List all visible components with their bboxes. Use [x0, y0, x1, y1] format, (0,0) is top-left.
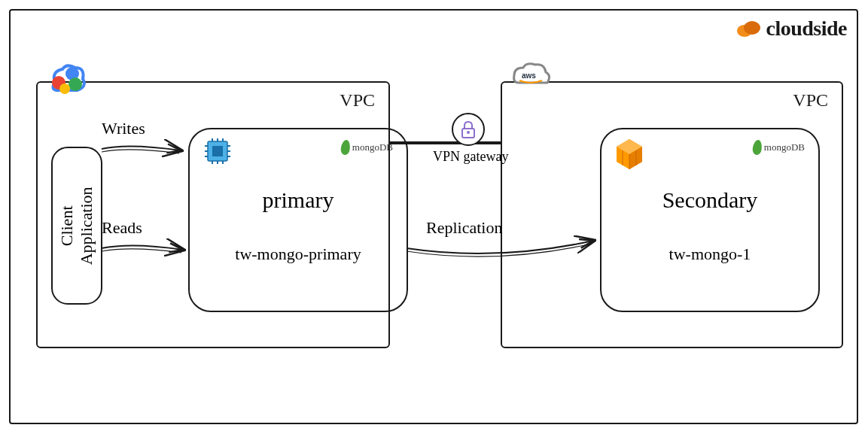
brand-cloud-icon — [736, 19, 761, 38]
primary-mongo-badge: mongoDB — [341, 140, 393, 155]
mongo-leaf-icon — [751, 139, 763, 155]
gcp-cloud-icon — [44, 60, 89, 102]
mongo-leaf-icon — [340, 139, 351, 155]
right-vpc-box: VPC aws mongoDB Secondary tw-mongo-1 — [501, 81, 843, 348]
client-application-label: Client Application — [57, 187, 97, 265]
svg-text:aws: aws — [522, 71, 536, 80]
vpn-gateway-circle — [452, 113, 485, 146]
primary-db-box: mongoDB primary tw-mongo-primary — [188, 128, 408, 312]
writes-label: Writes — [102, 119, 145, 138]
gcp-compute-engine-icon — [202, 135, 233, 170]
secondary-db-box: mongoDB Secondary tw-mongo-1 — [600, 128, 820, 312]
aws-ec2-icon — [614, 137, 645, 175]
replication-label: Replication — [426, 218, 502, 238]
primary-role: primary — [199, 187, 397, 213]
aws-cloud-icon: aws — [508, 60, 553, 97]
client-line2: Application — [77, 187, 96, 265]
client-application-box: Client Application — [51, 147, 102, 305]
client-line1: Client — [57, 205, 76, 246]
secondary-hostname: tw-mongo-1 — [611, 244, 809, 264]
primary-engine: mongoDB — [352, 141, 393, 153]
svg-point-5 — [59, 83, 70, 94]
svg-point-1 — [744, 21, 760, 35]
primary-hostname: tw-mongo-primary — [199, 244, 397, 264]
brand-name: cloudside — [766, 17, 847, 41]
secondary-mongo-badge: mongoDB — [753, 140, 805, 155]
secondary-role: Secondary — [611, 187, 809, 213]
svg-point-28 — [467, 131, 470, 134]
lock-icon — [459, 120, 477, 139]
brand-logo: cloudside — [736, 17, 847, 41]
left-vpc-label: VPC — [340, 90, 375, 111]
right-vpc-label: VPC — [793, 90, 828, 111]
svg-point-4 — [69, 77, 82, 91]
left-vpc-box: VPC Client Application — [36, 81, 390, 348]
reads-label: Reads — [102, 218, 142, 238]
secondary-engine: mongoDB — [764, 141, 805, 153]
svg-rect-7 — [212, 146, 223, 156]
vpn-gateway-label: VPN gateway — [433, 149, 508, 165]
